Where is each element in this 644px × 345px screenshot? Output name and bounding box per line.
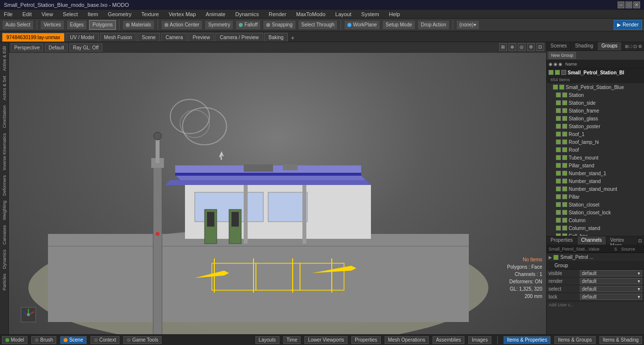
status-assemblies[interactable]: Assemblies bbox=[433, 336, 464, 344]
group-header-checkbox3[interactable] bbox=[561, 70, 566, 75]
status-scene[interactable]: Scene bbox=[60, 336, 86, 344]
item-checkbox-visible[interactable] bbox=[553, 85, 558, 90]
minimize-button[interactable]: ─ bbox=[618, 1, 624, 8]
viewport-icon-4[interactable]: ⚙ bbox=[527, 43, 535, 51]
perspective-button[interactable]: Perspective bbox=[11, 44, 43, 51]
scene-group-header[interactable]: Small_Petrol_Station_Bl bbox=[547, 69, 644, 76]
menu-dynamics[interactable]: Dynamics bbox=[233, 11, 261, 18]
item-checkbox-render[interactable] bbox=[562, 124, 567, 129]
sidebar-item-particles[interactable]: Particles bbox=[1, 272, 8, 293]
ray-gl-button[interactable]: Ray GL: Off bbox=[69, 44, 102, 51]
sidebar-item-actors-set[interactable]: Actors & Set bbox=[1, 74, 8, 102]
workplane-button[interactable]: WorkPlane bbox=[344, 20, 380, 30]
group-header-checkbox2[interactable] bbox=[555, 70, 560, 75]
falloff-button[interactable]: Falloff bbox=[235, 20, 261, 30]
scene-list-item[interactable]: Station_frame bbox=[547, 107, 644, 115]
item-checkbox-visible[interactable] bbox=[556, 233, 561, 236]
item-checkbox-visible[interactable] bbox=[556, 171, 561, 176]
status-images[interactable]: Images bbox=[468, 336, 491, 344]
ch-render-value[interactable]: default ▾ bbox=[580, 278, 642, 284]
menu-maxtomodo[interactable]: MaxToModo bbox=[294, 11, 327, 18]
scene-list-item[interactable]: Column bbox=[547, 216, 644, 224]
tab-scene[interactable]: Scene bbox=[138, 33, 160, 42]
viewport-icon-2[interactable]: ⊕ bbox=[508, 43, 516, 51]
new-group-button[interactable]: New Group bbox=[549, 52, 576, 59]
item-checkbox-visible[interactable] bbox=[556, 163, 561, 168]
tab-groups[interactable]: Groups bbox=[598, 42, 622, 50]
item-checkbox-render[interactable] bbox=[559, 85, 564, 90]
sidebar-item-dynamics[interactable]: Dynamics bbox=[1, 248, 8, 271]
snapping-button[interactable]: Snapping bbox=[263, 20, 296, 30]
item-checkbox-visible[interactable] bbox=[556, 139, 561, 144]
status-items-properties[interactable]: Items & Properties bbox=[504, 336, 551, 344]
group-checkbox[interactable] bbox=[553, 255, 558, 260]
tab-properties[interactable]: Properties bbox=[547, 236, 577, 245]
status-items-groups[interactable]: Items & Groups bbox=[554, 336, 595, 344]
item-checkbox-visible[interactable] bbox=[556, 194, 561, 199]
item-checkbox-visible[interactable] bbox=[556, 186, 561, 191]
item-checkbox-render[interactable] bbox=[562, 218, 567, 223]
symmetry-button[interactable]: Symmetry bbox=[205, 20, 233, 30]
item-checkbox-render[interactable] bbox=[562, 226, 567, 230]
setup-mode-button[interactable]: Setup Mode bbox=[382, 20, 415, 30]
scene-list-item[interactable]: Station_glass bbox=[547, 115, 644, 122]
sidebar-item-canvases[interactable]: Canvases bbox=[1, 223, 8, 247]
menu-layout[interactable]: Layout bbox=[333, 11, 353, 18]
item-checkbox-render[interactable] bbox=[562, 179, 567, 184]
scene-list-item[interactable]: Station bbox=[547, 91, 644, 99]
tab-shading[interactable]: Shading bbox=[571, 42, 598, 50]
tab-camera[interactable]: Camera bbox=[161, 33, 187, 42]
scene-list-item[interactable]: Station_closet bbox=[547, 201, 644, 208]
scene-list-item[interactable]: Number_stand bbox=[547, 177, 644, 185]
select-through-button[interactable]: Select Through bbox=[298, 20, 338, 30]
item-checkbox-visible[interactable] bbox=[556, 155, 561, 160]
ch-select-value[interactable]: default ▾ bbox=[580, 286, 642, 292]
item-checkbox-visible[interactable] bbox=[556, 116, 561, 121]
item-checkbox-render[interactable] bbox=[562, 171, 567, 176]
sidebar-item-active-edit[interactable]: Active & Edit bbox=[1, 44, 8, 73]
item-checkbox-render[interactable] bbox=[562, 194, 567, 199]
tab-uv-model[interactable]: UV / Model bbox=[66, 33, 98, 42]
panel-icon-1[interactable]: ⊞ bbox=[625, 44, 629, 49]
scene-list-item[interactable]: Station_side bbox=[547, 99, 644, 107]
scene-list-item[interactable]: Small_Petrol_Station_Blue bbox=[547, 83, 644, 91]
item-checkbox-render[interactable] bbox=[562, 100, 567, 105]
item-checkbox-visible[interactable] bbox=[556, 218, 561, 223]
viewport-icon-5[interactable]: ⊡ bbox=[536, 43, 544, 51]
tab-channels[interactable]: Channels bbox=[577, 236, 606, 245]
default-button[interactable]: Default bbox=[45, 44, 68, 51]
3d-viewport[interactable]: Perspective Default Ray GL: Off ⊞ ⊕ ◎ ⚙ … bbox=[9, 42, 546, 334]
add-user-channel[interactable]: Add User c... bbox=[547, 301, 644, 308]
scene-list-item[interactable]: Number_stand_mount bbox=[547, 185, 644, 193]
item-checkbox-render[interactable] bbox=[562, 132, 567, 137]
menu-help[interactable]: Help bbox=[387, 11, 402, 18]
scene-list-item[interactable]: Call_box bbox=[547, 232, 644, 236]
close-button[interactable]: ✕ bbox=[633, 1, 640, 8]
scene-list-item[interactable]: Column_stand bbox=[547, 224, 644, 232]
item-checkbox-render[interactable] bbox=[562, 92, 567, 97]
menu-animate[interactable]: Animate bbox=[204, 11, 227, 18]
item-checkbox-visible[interactable] bbox=[556, 124, 561, 129]
scene-list-item[interactable]: Roof bbox=[547, 146, 644, 154]
item-checkbox-visible[interactable] bbox=[556, 108, 561, 113]
menu-select[interactable]: Select bbox=[61, 11, 80, 18]
scene-list-item[interactable]: Roof_1 bbox=[547, 130, 644, 138]
render-button[interactable]: ▶ Render bbox=[614, 20, 642, 30]
action-center-button[interactable]: Action Center bbox=[161, 20, 203, 30]
scene-list-item[interactable]: Roof_lamp_hi bbox=[547, 138, 644, 146]
item-checkbox-visible[interactable] bbox=[556, 179, 561, 184]
scene-list-item[interactable]: Station_closet_lock bbox=[547, 208, 644, 216]
item-checkbox-render[interactable] bbox=[562, 202, 567, 207]
polygons-button[interactable]: Polygons bbox=[89, 20, 116, 30]
item-checkbox-render[interactable] bbox=[562, 155, 567, 160]
tab-mesh-fusion[interactable]: Mesh Fusion bbox=[100, 33, 137, 42]
vertices-button[interactable]: Vertices bbox=[40, 20, 65, 30]
tab-add-button[interactable]: + bbox=[289, 35, 296, 42]
scene-list-item[interactable]: Number_stand_1 bbox=[547, 169, 644, 177]
status-brush[interactable]: Brush bbox=[31, 336, 56, 344]
status-game-tools[interactable]: Game Tools bbox=[123, 336, 161, 344]
sidebar-item-ik[interactable]: Inverse Kinematics bbox=[1, 131, 8, 172]
none-dropdown[interactable]: (none) ▾ bbox=[456, 20, 480, 30]
item-checkbox-visible[interactable] bbox=[556, 202, 561, 207]
drop-action-button[interactable]: Drop Action bbox=[417, 20, 450, 30]
